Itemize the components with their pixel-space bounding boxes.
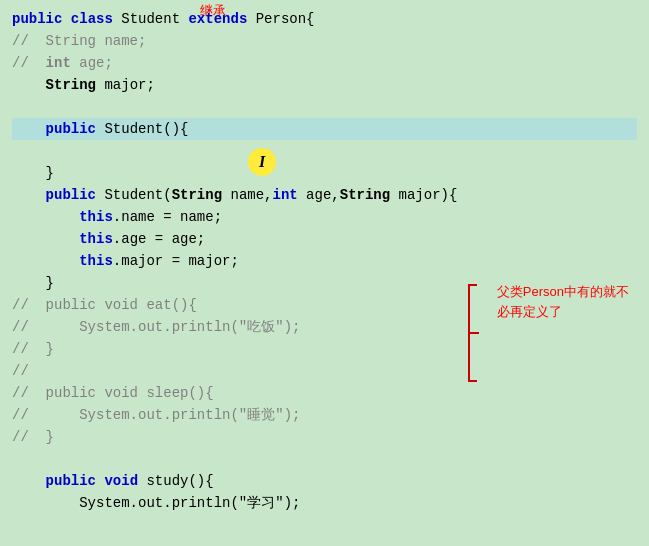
- code-editor: 继承 public class Student extends Person{ …: [0, 0, 649, 546]
- code-line: //: [12, 360, 637, 382]
- code-line: [12, 96, 637, 118]
- bracket-svg: [459, 283, 479, 383]
- code-line: String major;: [12, 74, 637, 96]
- code-line: public Student(String name,int age,Strin…: [12, 184, 637, 206]
- code-line: // String name;: [12, 30, 637, 52]
- code-line: public class Student extends Person{: [12, 8, 637, 30]
- text-cursor: I: [248, 148, 276, 176]
- code-line: this.age = age;: [12, 228, 637, 250]
- code-line-highlighted: public Student(){: [12, 118, 637, 140]
- code-line: // System.out.println("睡觉");: [12, 404, 637, 426]
- code-line: // }: [12, 338, 637, 360]
- code-line: System.out.println("学习");: [12, 492, 637, 514]
- code-line: }: [12, 162, 637, 184]
- code-line: [12, 140, 637, 162]
- code-line: this.major = major;: [12, 250, 637, 272]
- code-line: // int age;: [12, 52, 637, 74]
- code-line: this.name = name;: [12, 206, 637, 228]
- code-line: [12, 448, 637, 470]
- code-line: public void study(){: [12, 470, 637, 492]
- code-line: // public void sleep(){: [12, 382, 637, 404]
- code-line: // }: [12, 426, 637, 448]
- bracket-annotation-text: 父类Person中有的就不必再定义了: [497, 282, 629, 322]
